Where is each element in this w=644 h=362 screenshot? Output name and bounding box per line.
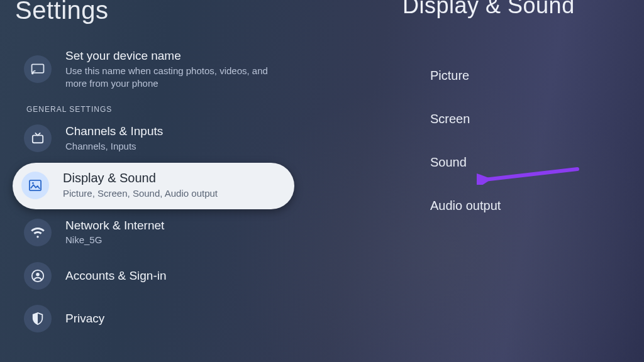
tv-icon bbox=[24, 124, 52, 152]
wifi-icon bbox=[24, 219, 52, 246]
detail-item-sound[interactable]: Sound bbox=[402, 141, 629, 184]
settings-left-pane: Settings Set your device name Use this n… bbox=[15, 0, 304, 343]
svg-rect-2 bbox=[33, 136, 43, 143]
row-display-sound[interactable]: Display & Sound Picture, Screen, Sound, … bbox=[13, 163, 294, 209]
row-title: Channels & Inputs bbox=[65, 124, 163, 139]
settings-right-pane: Display & Sound Picture Screen Sound Aud… bbox=[402, 0, 629, 228]
row-title: Set your device name bbox=[65, 48, 273, 63]
row-network-internet[interactable]: Network & Internet Nike_5G bbox=[15, 213, 304, 253]
svg-point-1 bbox=[32, 73, 33, 74]
row-title: Network & Internet bbox=[65, 218, 164, 233]
detail-item-screen[interactable]: Screen bbox=[402, 97, 629, 141]
detail-item-picture[interactable]: Picture bbox=[402, 54, 629, 97]
row-title: Accounts & Sign-in bbox=[65, 268, 167, 283]
section-label-general: GENERAL SETTINGS bbox=[26, 105, 304, 114]
account-icon bbox=[24, 262, 52, 290]
detail-title: Display & Sound bbox=[402, 0, 629, 19]
row-accounts-signin[interactable]: Accounts & Sign-in bbox=[15, 257, 304, 296]
page-title: Settings bbox=[15, 0, 304, 25]
detail-item-audio-output[interactable]: Audio output bbox=[402, 184, 629, 228]
row-subtitle: Picture, Screen, Sound, Audio output bbox=[63, 187, 218, 200]
svg-point-6 bbox=[36, 272, 40, 276]
row-channels-inputs[interactable]: Channels & Inputs Channels, Inputs bbox=[15, 119, 304, 159]
row-title: Display & Sound bbox=[63, 170, 218, 186]
row-privacy[interactable]: Privacy bbox=[15, 300, 304, 339]
image-icon bbox=[21, 172, 49, 199]
svg-point-4 bbox=[32, 182, 34, 184]
shield-icon bbox=[24, 305, 52, 332]
row-device-name[interactable]: Set your device name Use this name when … bbox=[15, 43, 304, 96]
cast-icon bbox=[24, 55, 52, 83]
row-subtitle: Nike_5G bbox=[65, 234, 164, 246]
row-subtitle: Use this name when casting photos, video… bbox=[65, 65, 273, 90]
row-subtitle: Channels, Inputs bbox=[65, 140, 163, 153]
row-title: Privacy bbox=[65, 311, 104, 326]
